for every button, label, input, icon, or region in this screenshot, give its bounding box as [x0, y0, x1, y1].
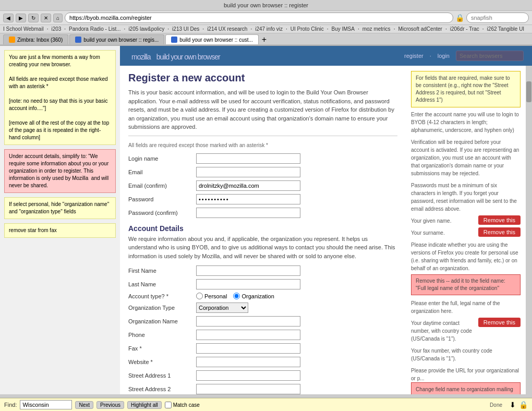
browser-search[interactable]: [466, 13, 529, 23]
required-note: All fields are required except those mar…: [128, 142, 397, 148]
nav-login[interactable]: login: [438, 53, 450, 59]
last-name-note-row: Your surname. Remove this: [411, 229, 521, 237]
bookmark-moz[interactable]: moz metrics: [362, 26, 391, 32]
first-name-input[interactable]: [196, 265, 300, 276]
security-icon: 🔒: [455, 14, 464, 22]
org-type-remove-callout: Remove this -- add it to the field name:…: [411, 274, 521, 295]
nav-register[interactable]: register: [404, 53, 424, 59]
fax-note: Your fax number, with country code (US/C…: [411, 347, 521, 362]
password-row: Password: [128, 194, 397, 204]
back-button[interactable]: ◀: [3, 14, 14, 22]
login-name-label: Login name: [128, 155, 196, 162]
tab-favicon-zimbra: [9, 37, 15, 43]
annotation-personal: If select personal, hide "organization n…: [4, 197, 116, 219]
org-type-select[interactable]: Corporation Non-profit Government Other: [196, 303, 248, 313]
stop-button[interactable]: ✕: [41, 14, 51, 22]
remove-last-name-button[interactable]: Remove this: [478, 227, 521, 237]
new-tab-button[interactable]: +: [262, 35, 267, 44]
first-name-note-text: Your given name.: [411, 217, 475, 225]
home-button[interactable]: ⌂: [53, 14, 63, 22]
remove-first-name-button[interactable]: Remove this: [478, 215, 521, 225]
scrollbar-track[interactable]: [526, 66, 532, 394]
bookmark-info[interactable]: i247 info viz: [255, 26, 283, 32]
fax-input[interactable]: [196, 343, 300, 354]
status-text: Done: [490, 402, 502, 408]
website-note: Please provide the URL for your organiza…: [411, 367, 521, 394]
tab-label-byob1: build your own browser :: regis...: [83, 37, 159, 43]
password-confirm-input[interactable]: [196, 208, 300, 218]
street2-input[interactable]: [196, 384, 300, 394]
website-input[interactable]: [196, 357, 300, 367]
highlight-all-button[interactable]: Highlight all: [127, 401, 162, 409]
fax-label: Fax *: [128, 345, 196, 352]
bookmark-trac[interactable]: i206dr - Trac: [450, 26, 479, 32]
bookmark-ms[interactable]: Microsoft adCenter: [398, 26, 442, 32]
match-case-label: Match case: [165, 402, 200, 408]
bookmark-ui[interactable]: i213 UI Des: [172, 26, 199, 32]
fax-note-text: Your fax number, with country code (US/C…: [411, 348, 492, 361]
org-name-label: Organization Name: [128, 318, 196, 324]
radio-personal-input[interactable]: [196, 293, 203, 299]
header-search-input[interactable]: [456, 51, 524, 61]
password-note: Passwords must be a minimum of six chara…: [411, 182, 521, 213]
radio-org-label: Organization: [241, 293, 274, 299]
tab-zimbra[interactable]: Zimbra: Inbox (360): [3, 34, 68, 44]
radio-personal[interactable]: Personal: [196, 293, 227, 299]
find-next-button[interactable]: Next: [75, 401, 93, 409]
last-name-row: Last Name: [128, 279, 397, 289]
last-name-label: Last Name: [128, 281, 196, 287]
last-name-input[interactable]: [196, 279, 300, 289]
street1-input[interactable]: [196, 370, 300, 381]
tab-byob2[interactable]: build your own browser :: cust...: [165, 34, 259, 44]
bookmark-proto[interactable]: UI Proto Clinic: [291, 26, 324, 32]
find-label: Find:: [4, 402, 17, 408]
phone-note-text: Your daytime contact number, with countr…: [411, 319, 475, 343]
org-name-input[interactable]: [196, 316, 300, 327]
consistency-callout-text: For fields that are required, make sure …: [416, 75, 510, 103]
scrollbar-thumb[interactable]: [526, 81, 531, 102]
password-input[interactable]: [196, 194, 300, 204]
street1-label: Street Address 1: [128, 372, 196, 379]
match-case-checkbox[interactable]: [165, 402, 172, 408]
forward-button[interactable]: ▶: [16, 14, 26, 22]
website-label: Website *: [128, 359, 196, 365]
email-confirm-label: Email (confirm): [128, 183, 196, 189]
annotation-personal-text: If select personal, hide "organization n…: [9, 201, 111, 214]
find-previous-button[interactable]: Previous: [96, 401, 124, 409]
tab-byob1[interactable]: build your own browser :: regis...: [69, 34, 164, 44]
bookmark-ux[interactable]: i214 UX research: [207, 26, 247, 32]
address-bar[interactable]: [65, 13, 453, 23]
account-type-label: Account type? *: [128, 293, 196, 299]
remove-phone-button[interactable]: Remove this: [478, 318, 521, 327]
email-confirm-input[interactable]: [196, 180, 300, 191]
org-name-note-text: Please enter the full, legal name of the…: [411, 300, 500, 314]
bookmark-sep8: ·: [327, 26, 329, 32]
bookmark-sep7: ·: [286, 26, 287, 32]
find-input[interactable]: [20, 400, 72, 409]
bookmark-pandora[interactable]: Pandora Radio - List...: [69, 26, 121, 32]
street2-label: Street Address 2: [128, 386, 196, 392]
bookmark-tang[interactable]: i262 Tangible UI: [487, 26, 525, 32]
reload-button[interactable]: ↻: [28, 14, 39, 22]
radio-org-input[interactable]: [233, 293, 240, 299]
bookmark-sep2: ·: [64, 26, 66, 32]
bookmark-law[interactable]: i205 law&policy: [128, 26, 164, 32]
login-name-row: Login name: [128, 153, 397, 164]
phone-input[interactable]: [196, 330, 300, 340]
form-section: Register a new account This is your basi…: [120, 66, 406, 394]
email-input[interactable]: [196, 167, 300, 177]
bookmark-school[interactable]: I School Webmail: [3, 26, 44, 32]
header-nav: register · login: [404, 51, 524, 61]
annotation-fax-text: remove star from fax: [9, 227, 57, 233]
logo-area: mozilla build your own browser: [128, 49, 220, 63]
email-confirm-row: Email (confirm): [128, 180, 397, 191]
bookmark-i203[interactable]: i203: [51, 26, 61, 32]
bookmark-imsa[interactable]: Buy IMSA: [331, 26, 354, 32]
bookmark-sep12: ·: [482, 26, 484, 32]
login-name-input[interactable]: [196, 153, 300, 164]
radio-organization[interactable]: Organization: [233, 293, 274, 299]
bookmark-sep11: ·: [445, 26, 447, 32]
email-row: Email: [128, 167, 397, 177]
phone-row: Phone: [128, 330, 397, 340]
first-name-label: First Name: [128, 268, 196, 274]
